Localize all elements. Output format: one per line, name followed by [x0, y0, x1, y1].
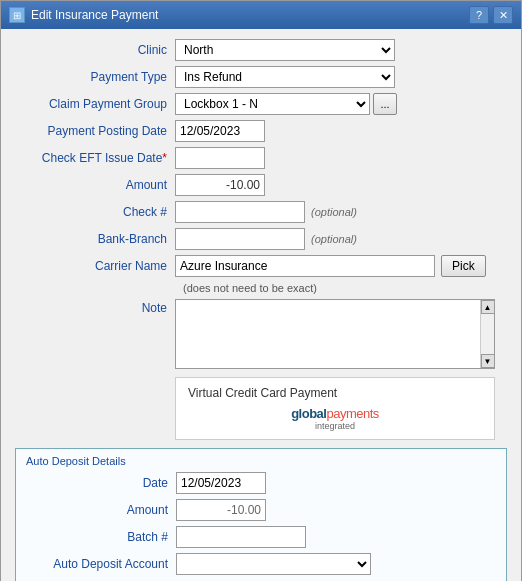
gp-sub-text: integrated — [291, 421, 379, 431]
batch-number-row: Batch # — [26, 526, 496, 548]
deposit-account-label: Auto Deposit Account — [26, 557, 176, 571]
amount-input[interactable] — [175, 174, 265, 196]
clinic-label: Clinic — [15, 43, 175, 57]
deposit-amount-input — [176, 499, 266, 521]
check-eft-date-input[interactable] — [175, 147, 265, 169]
posting-date-label: Payment Posting Date — [15, 124, 175, 138]
claim-group-browse-button[interactable]: ... — [373, 93, 397, 115]
scroll-track — [481, 314, 494, 354]
edit-insurance-payment-window: ⊞ Edit Insurance Payment ? ✕ Clinic Nort… — [0, 0, 522, 581]
scroll-up-arrow[interactable]: ▲ — [481, 300, 495, 314]
check-number-input[interactable] — [175, 201, 305, 223]
bank-optional-label: (optional) — [311, 233, 357, 245]
clinic-row: Clinic North — [15, 39, 507, 61]
virtual-card-box: Virtual Credit Card Payment globalpaymen… — [175, 377, 495, 440]
gp-logo-text: globalpayments — [291, 406, 379, 421]
check-eft-row: Check EFT Issue Date — [15, 147, 507, 169]
auto-deposit-section: Auto Deposit Details Date Amount Batch #… — [15, 448, 507, 581]
payment-type-select[interactable]: Ins Refund — [175, 66, 395, 88]
check-optional-label: (optional) — [311, 206, 357, 218]
deposit-amount-row: Amount — [26, 499, 496, 521]
app-icon: ⊞ — [9, 7, 25, 23]
batch-number-input[interactable] — [176, 526, 306, 548]
note-scrollbar: ▲ ▼ — [480, 300, 494, 368]
title-bar-left: ⊞ Edit Insurance Payment — [9, 7, 158, 23]
claim-group-row: Claim Payment Group Lockbox 1 - N ... — [15, 93, 507, 115]
deposit-date-row: Date — [26, 472, 496, 494]
carrier-name-label: Carrier Name — [15, 259, 175, 273]
pick-button[interactable]: Pick — [441, 255, 486, 277]
check-number-row: Check # (optional) — [15, 201, 507, 223]
title-bar: ⊞ Edit Insurance Payment ? ✕ — [1, 1, 521, 29]
carrier-hint: (does not need to be exact) — [183, 282, 507, 294]
claim-group-select[interactable]: Lockbox 1 - N — [175, 93, 370, 115]
deposit-amount-label: Amount — [26, 503, 176, 517]
deposit-date-label: Date — [26, 476, 176, 490]
virtual-card-title: Virtual Credit Card Payment — [188, 386, 482, 400]
auto-deposit-title: Auto Deposit Details — [26, 455, 496, 467]
check-eft-label: Check EFT Issue Date — [15, 151, 175, 165]
amount-row: Amount — [15, 174, 507, 196]
posting-date-row: Payment Posting Date — [15, 120, 507, 142]
bank-branch-input[interactable] — [175, 228, 305, 250]
payment-type-label: Payment Type — [15, 70, 175, 84]
amount-label: Amount — [15, 178, 175, 192]
payment-type-row: Payment Type Ins Refund — [15, 66, 507, 88]
form-content: Clinic North Payment Type Ins Refund Cla… — [1, 29, 521, 581]
note-label: Note — [15, 299, 175, 315]
carrier-name-input[interactable] — [175, 255, 435, 277]
note-row: Note ▲ ▼ — [15, 299, 507, 369]
scroll-down-arrow[interactable]: ▼ — [481, 354, 495, 368]
deposit-account-row: Auto Deposit Account — [26, 553, 496, 575]
title-bar-controls: ? ✕ — [469, 6, 513, 24]
note-box: ▲ ▼ — [175, 299, 495, 369]
global-payments-logo: globalpayments integrated — [188, 406, 482, 431]
carrier-name-row: Carrier Name Pick — [15, 255, 507, 277]
help-button[interactable]: ? — [469, 6, 489, 24]
deposit-account-select[interactable] — [176, 553, 371, 575]
close-button[interactable]: ✕ — [493, 6, 513, 24]
batch-number-label: Batch # — [26, 530, 176, 544]
check-number-label: Check # — [15, 205, 175, 219]
bank-branch-row: Bank-Branch (optional) — [15, 228, 507, 250]
note-textarea[interactable] — [176, 300, 480, 368]
window-title: Edit Insurance Payment — [31, 8, 158, 22]
deposit-date-input[interactable] — [176, 472, 266, 494]
claim-group-label: Claim Payment Group — [15, 97, 175, 111]
bank-branch-label: Bank-Branch — [15, 232, 175, 246]
clinic-select[interactable]: North — [175, 39, 395, 61]
posting-date-input[interactable] — [175, 120, 265, 142]
